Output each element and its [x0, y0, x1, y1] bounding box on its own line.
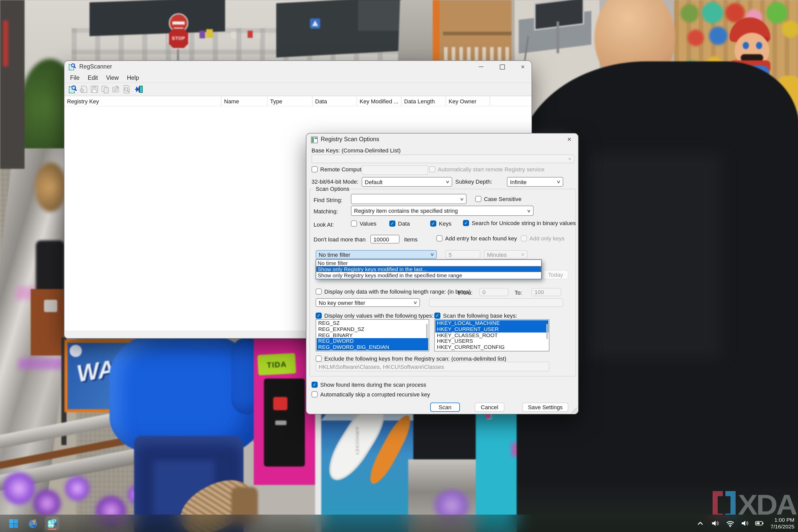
dropdown-option[interactable]: Show only Registry keys modified in the …: [316, 272, 541, 279]
matching-combo[interactable]: Registry item contains the specified str…: [351, 206, 534, 216]
list-item-selected[interactable]: REG_DWORD: [317, 338, 428, 344]
dialog-titlebar[interactable]: Registry Scan Options ×: [306, 134, 578, 145]
find-string-combo[interactable]: ∨: [351, 194, 467, 204]
menu-help[interactable]: Help: [123, 72, 143, 82]
keys-checkbox[interactable]: ✓Keys: [430, 221, 452, 227]
scrollbar-thumb[interactable]: [426, 324, 428, 338]
regscanner-taskbar-button[interactable]: [45, 516, 59, 530]
time-amount-field[interactable]: 5: [445, 250, 480, 259]
list-item[interactable]: HKEY_CLASSES_ROOT: [435, 332, 548, 338]
scan-icon[interactable]: [69, 85, 77, 94]
battery-icon[interactable]: [755, 519, 764, 528]
base-keys-combo[interactable]: ∨: [311, 154, 574, 163]
exclude-keys-field[interactable]: HKLM\Software\Classes, HKCU\Software\Cla…: [316, 362, 549, 372]
scan-button[interactable]: Scan: [430, 403, 460, 412]
menu-edit[interactable]: Edit: [84, 72, 102, 82]
list-item[interactable]: REG_SZ: [317, 320, 428, 326]
menubar: File Edit View Help: [64, 73, 531, 83]
case-sensitive-checkbox[interactable]: ✓Case Sensitive: [475, 196, 521, 202]
save-icon[interactable]: [90, 85, 99, 94]
properties-icon[interactable]: [112, 85, 120, 94]
save-settings-button[interactable]: Save Settings: [522, 403, 568, 412]
column-data-length[interactable]: Data Length: [402, 96, 446, 106]
exit-icon[interactable]: [135, 85, 143, 94]
dialog-icon: [311, 136, 318, 143]
base-keys-listbox[interactable]: HKEY_LOCAL_MACHINE HKEY_CURRENT_USER HKE…: [434, 319, 549, 352]
value-types-listbox[interactable]: REG_SZ REG_EXPAND_SZ REG_BINARY REG_DWOR…: [316, 319, 429, 352]
column-data[interactable]: Data: [312, 96, 357, 106]
today-button[interactable]: Today: [543, 270, 568, 279]
dialog-close-button[interactable]: ×: [562, 135, 576, 144]
key-owner-filter-combo[interactable]: No key owner filter∨: [316, 298, 420, 307]
exclude-keys-checkbox[interactable]: ✓Exclude the following keys from the Reg…: [316, 356, 507, 362]
menu-file[interactable]: File: [66, 72, 84, 82]
tray-app-volume-icon[interactable]: [710, 519, 720, 528]
taskbar-clock[interactable]: 1:00 PM 7/16/2025: [771, 517, 794, 530]
key-owner-field[interactable]: [429, 298, 563, 307]
windows-logo-icon: [8, 518, 18, 528]
dont-load-label: Don't load more than: [314, 236, 366, 243]
resize-grip[interactable]: [571, 407, 577, 413]
minimize-button[interactable]: [473, 62, 489, 72]
auto-remote-checkbox[interactable]: ✓Automatically start remote Registry ser…: [429, 166, 545, 172]
time-filter-combo[interactable]: No time filter∨: [316, 250, 437, 259]
copy-icon[interactable]: [101, 85, 110, 94]
ride-sticker-text: TIDA: [267, 359, 287, 369]
show-found-items-checkbox[interactable]: ✓Show found items during the scan proces…: [311, 382, 426, 388]
length-range-checkbox[interactable]: ✓Display only data with the following le…: [316, 288, 471, 294]
dropdown-option[interactable]: No time filter: [316, 260, 541, 266]
time-filter-dropdown: No time filter Show only Registry keys m…: [316, 259, 542, 279]
to-field[interactable]: 100: [531, 288, 561, 296]
column-key-modified[interactable]: Key Modified ...: [357, 96, 402, 106]
list-item[interactable]: HKEY_CURRENT_CONFIG: [435, 344, 548, 350]
data-checkbox[interactable]: ✓Data: [389, 221, 410, 227]
max-items-field[interactable]: 10000: [370, 235, 400, 244]
subkey-depth-combo[interactable]: Infinite∨: [507, 177, 563, 187]
time-unit-combo[interactable]: Minutes∨: [484, 250, 527, 259]
subkey-depth-label: Subkey Depth:: [455, 178, 492, 185]
list-item[interactable]: HKEY_USERS: [435, 338, 548, 344]
from-field[interactable]: 0: [479, 288, 509, 296]
display-types-checkbox[interactable]: ✓Display only values with the following …: [316, 312, 434, 319]
column-registry-key[interactable]: Registry Key: [64, 96, 222, 106]
screen: STOP: [0, 0, 798, 532]
scan-options-group-label: Scan Options: [314, 186, 352, 192]
scrollbar-thumb[interactable]: [546, 324, 548, 339]
column-name[interactable]: Name: [222, 96, 268, 106]
list-item-selected[interactable]: HKEY_CURRENT_USER: [435, 326, 548, 332]
start-button[interactable]: [6, 516, 20, 530]
tray-chevron-icon[interactable]: [696, 519, 705, 528]
registry-scan-options-dialog: Registry Scan Options × Base Keys: (Comm…: [306, 133, 578, 414]
watermark-text: XDA: [738, 492, 796, 518]
find-doc-icon[interactable]: [122, 85, 131, 94]
mode-label: 32-bit/64-bit Mode:: [311, 178, 358, 185]
skip-corrupted-checkbox[interactable]: ✓Automatically skip a corrupted recursiv…: [311, 391, 430, 397]
column-type[interactable]: Type: [268, 96, 312, 106]
add-entry-checkbox[interactable]: ✓Add entry for each found key: [436, 235, 517, 242]
maximize-button[interactable]: [494, 62, 511, 72]
column-key-owner[interactable]: Key Owner: [446, 96, 490, 106]
regscanner-titlebar[interactable]: RegScanner ×: [64, 61, 531, 73]
add-only-keys-checkbox[interactable]: ✓Add only keys: [521, 235, 565, 242]
airhockey-text: AIRHOCKEY: [355, 426, 359, 455]
close-button[interactable]: ×: [515, 62, 531, 72]
list-item[interactable]: REG_BINARY: [317, 332, 428, 338]
mode-combo[interactable]: Default∨: [362, 177, 452, 187]
scan-base-keys-checkbox[interactable]: ✓Scan the following base keys:: [434, 312, 517, 319]
remote-computer-checkbox[interactable]: ✓Remote Computer:: [311, 166, 368, 172]
list-item-selected[interactable]: REG_DWORD_BIG_ENDIAN: [317, 344, 428, 350]
remote-computer-field[interactable]: [362, 165, 428, 175]
cancel-button[interactable]: Cancel: [475, 403, 505, 412]
volume-icon[interactable]: [740, 519, 749, 528]
active-app-indicator: [48, 528, 56, 530]
unicode-search-checkbox[interactable]: ✓Search for Unicode string in binary val…: [463, 220, 576, 226]
values-checkbox[interactable]: ✓Values: [351, 221, 377, 227]
dropdown-option-selected[interactable]: Show only Registry keys modified in the …: [316, 266, 541, 272]
wifi-icon[interactable]: [725, 519, 735, 528]
open-icon[interactable]: [79, 85, 88, 94]
paint-app-button[interactable]: [25, 516, 40, 530]
menu-view[interactable]: View: [102, 72, 123, 82]
list-item[interactable]: REG_EXPAND_SZ: [317, 326, 428, 332]
list-item-selected[interactable]: HKEY_LOCAL_MACHINE: [435, 320, 548, 326]
look-at-label: Look At:: [314, 222, 334, 228]
